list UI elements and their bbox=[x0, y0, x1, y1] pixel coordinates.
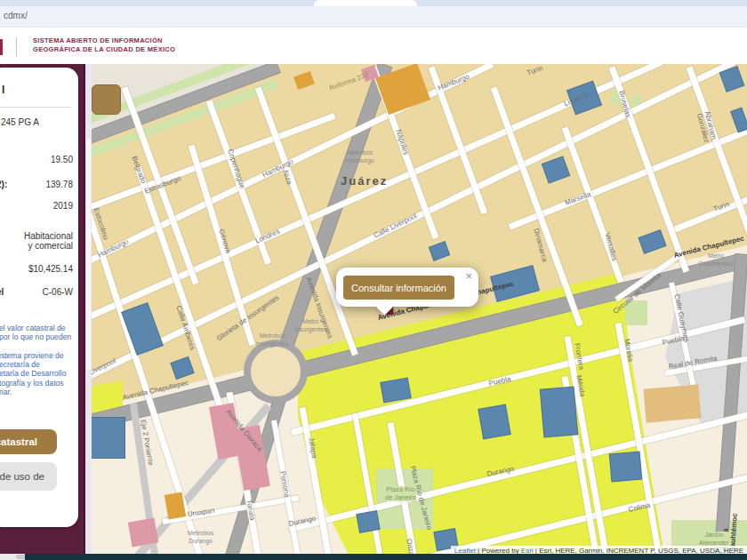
constancia-uso-button[interactable]: a de uso de bbox=[0, 462, 57, 491]
map-label: Metro Cuauhtemoc bbox=[698, 252, 734, 268]
map-label: Jardín Alexander bbox=[699, 532, 729, 547]
browser-url-bar[interactable]: cdmx/ bbox=[0, 6, 747, 28]
row-value: Habitacional y comercial bbox=[24, 231, 73, 251]
predio-data-row: $10,425.14 bbox=[0, 264, 73, 274]
predio-data-row: 2):139.78 bbox=[0, 180, 73, 189]
row-value: $10,425.14 bbox=[28, 264, 73, 274]
map-label: Pomona bbox=[278, 471, 291, 499]
row-label-fragment: 2): bbox=[0, 180, 7, 189]
cdmx-logo-icon bbox=[0, 39, 3, 55]
building-blue bbox=[478, 405, 510, 439]
map-popup: Consultar información × bbox=[336, 268, 478, 307]
row-value: 139.78 bbox=[45, 180, 73, 189]
account-fragment: 245 PG A bbox=[1, 117, 39, 127]
page-scrollbar[interactable] bbox=[85, 64, 92, 554]
predio-data-row: 2019 bbox=[0, 201, 73, 211]
map-label: Plaza Río de Janeiro bbox=[385, 486, 416, 501]
card-divider bbox=[0, 107, 71, 108]
map-label: Metrobús Durango bbox=[188, 530, 213, 545]
glorieta-insurgentes bbox=[244, 340, 308, 404]
row-value: 19.50 bbox=[51, 155, 73, 164]
popup-close-icon[interactable]: × bbox=[465, 270, 472, 282]
building-pink bbox=[128, 518, 158, 548]
site-title-line1: SISTEMA ABIERTO DE INFORMACIÓN bbox=[33, 36, 175, 45]
card-title-fragment: l bbox=[2, 84, 4, 96]
row-label-fragment: el bbox=[0, 287, 4, 297]
disclaimer-text: el valor catastral depor lo que no puede… bbox=[0, 324, 74, 396]
footer-dark-bar bbox=[25, 554, 747, 560]
screenshot-root: cdmx/ SISTEMA ABIERTO DE INFORMACIÓN GEO… bbox=[0, 0, 747, 560]
building-blue bbox=[610, 452, 641, 482]
consultar-valor-catastral-button[interactable]: catastral bbox=[0, 429, 57, 454]
browser-tabstrip bbox=[0, 0, 747, 6]
map-control-button[interactable] bbox=[92, 84, 121, 115]
predio-data-row: Habitacional y comercial bbox=[0, 231, 73, 251]
building-blue bbox=[541, 387, 577, 436]
page-scrollbar-thumb[interactable] bbox=[86, 139, 91, 370]
building-blue bbox=[357, 511, 379, 532]
map-label: Metrobús Hamburgo bbox=[345, 149, 374, 164]
map-label: Juárez bbox=[341, 178, 388, 186]
map-label: Metrobús Insurgentes bbox=[256, 332, 289, 348]
browser-active-tab[interactable] bbox=[314, 0, 417, 6]
logo-divider bbox=[16, 37, 17, 57]
building-blue bbox=[92, 418, 124, 458]
consultar-informacion-button[interactable]: Consultar información bbox=[343, 276, 454, 300]
horizontal-scrollbar[interactable] bbox=[0, 554, 747, 560]
sidebar-panel: l 245 PG A 19.502):139.782019Habitaciona… bbox=[0, 64, 85, 554]
row-value: 2019 bbox=[53, 201, 73, 211]
site-header: SISTEMA ABIERTO DE INFORMACIÓN GEOGRÁFIC… bbox=[0, 28, 747, 64]
row-value: C-06-W bbox=[43, 287, 73, 297]
predio-data-row: 19.50 bbox=[0, 155, 73, 164]
site-title: SISTEMA ABIERTO DE INFORMACIÓN GEOGRÁFIC… bbox=[33, 36, 175, 54]
predio-info-card: l 245 PG A 19.502):139.782019Habitaciona… bbox=[0, 68, 78, 527]
url-text: cdmx/ bbox=[4, 11, 28, 20]
building-tan bbox=[643, 384, 701, 422]
site-title-line2: GEOGRÁFICA DE LA CIUDAD DE MÉXICO bbox=[33, 45, 175, 54]
leaflet-map[interactable]: JuárezReforma 222HamburgoHamburgoHamburg… bbox=[92, 64, 747, 560]
predio-data-row: elC-06-W bbox=[0, 287, 73, 297]
